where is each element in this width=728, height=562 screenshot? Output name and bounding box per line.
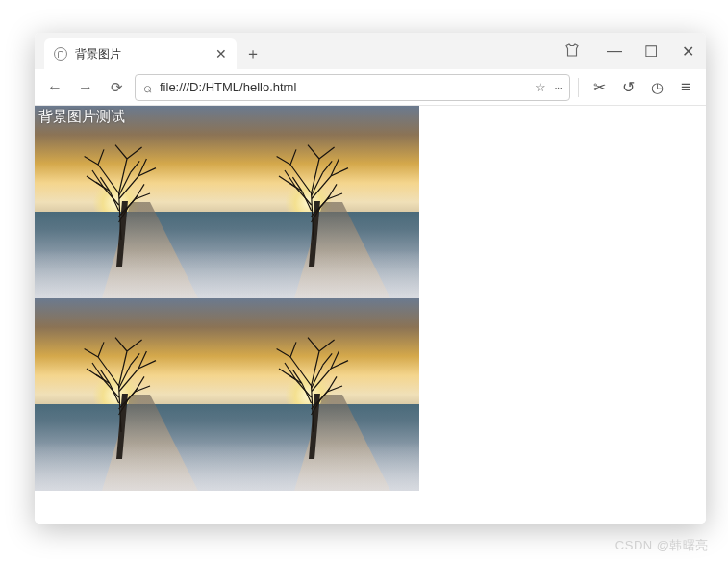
forward-button[interactable]: → bbox=[73, 75, 98, 100]
shirt-icon[interactable] bbox=[564, 42, 581, 58]
background-image-container: 背景图片测试 bbox=[35, 106, 419, 491]
browser-tab[interactable]: 背景图片 ✕ bbox=[44, 38, 237, 69]
globe-icon bbox=[54, 47, 67, 61]
page-content: 背景图片测试 bbox=[35, 106, 706, 524]
new-tab-button[interactable]: ＋ bbox=[240, 41, 265, 66]
undo-icon[interactable]: ↺ bbox=[615, 75, 640, 100]
bg-tile bbox=[227, 106, 419, 298]
overlay-text: 背景图片测试 bbox=[38, 108, 125, 126]
watermark: CSDN @韩曙亮 bbox=[615, 537, 709, 554]
tab-close-icon[interactable]: ✕ bbox=[215, 46, 227, 62]
search-icon: ⌕ bbox=[143, 79, 152, 95]
tab-title: 背景图片 bbox=[75, 46, 121, 63]
minimize-button[interactable]: — bbox=[596, 33, 633, 69]
bg-tile bbox=[35, 106, 227, 298]
close-window-button[interactable]: ✕ bbox=[669, 33, 706, 69]
toolbar: ← → ⟳ ⌕ file:///D:/HTML/hello.html ☆ ···… bbox=[35, 69, 706, 106]
reload-button[interactable]: ⟳ bbox=[104, 75, 129, 100]
titlebar: 背景图片 ✕ ＋ — ☐ ✕ bbox=[35, 33, 706, 69]
menu-icon[interactable]: ≡ bbox=[673, 75, 698, 100]
more-icon[interactable]: ··· bbox=[554, 80, 562, 94]
back-button[interactable]: ← bbox=[42, 75, 67, 100]
clock-icon[interactable]: ◷ bbox=[644, 75, 669, 100]
url-text: file:///D:/HTML/hello.html bbox=[160, 80, 296, 94]
maximize-button[interactable]: ☐ bbox=[633, 33, 669, 69]
url-bar[interactable]: ⌕ file:///D:/HTML/hello.html ☆ ··· bbox=[135, 74, 570, 101]
separator bbox=[578, 78, 579, 97]
bg-tile bbox=[227, 298, 419, 491]
cut-icon[interactable]: ✂ bbox=[587, 75, 612, 100]
bookmark-star-icon[interactable]: ☆ bbox=[535, 80, 546, 94]
bg-tile bbox=[35, 298, 227, 491]
